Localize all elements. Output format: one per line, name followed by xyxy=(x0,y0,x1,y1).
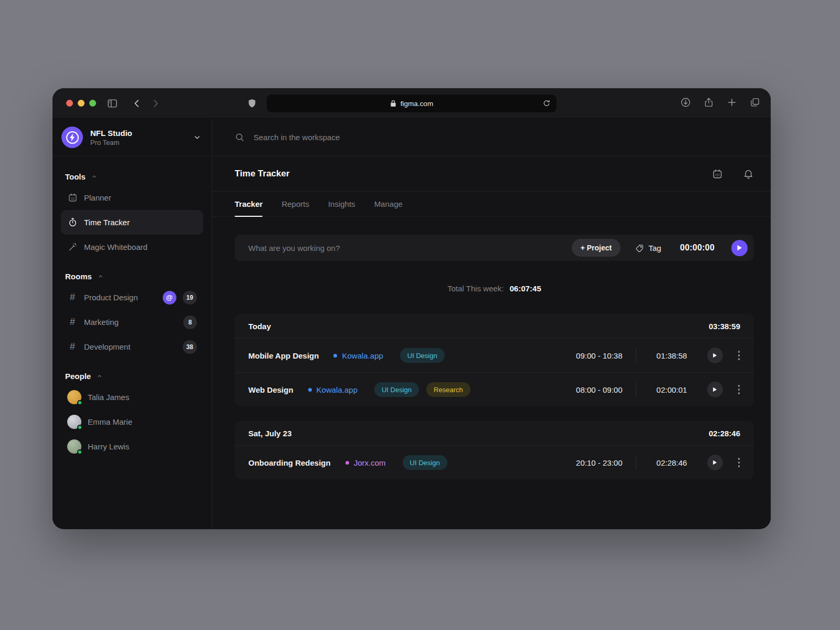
tag-chip[interactable]: Research xyxy=(426,382,470,397)
play-icon xyxy=(712,387,717,392)
entry-client[interactable]: Kowala.app xyxy=(308,385,358,394)
traffic-lights xyxy=(66,100,96,107)
stopwatch-icon xyxy=(67,217,78,227)
back-button[interactable] xyxy=(132,98,142,109)
time-entry-row[interactable]: Web Design Kowala.app UI Design Research… xyxy=(235,372,754,406)
entry-menu-button[interactable] xyxy=(737,456,742,469)
tag-chip[interactable]: UI Design xyxy=(403,455,447,470)
sidebar-item-product-design[interactable]: # Product Design @ 19 xyxy=(61,285,203,310)
group-title: Sat, July 23 xyxy=(248,429,292,438)
person-name: Talia James xyxy=(88,393,129,402)
tag-chip[interactable]: UI Design xyxy=(374,382,419,397)
calendar-icon[interactable] xyxy=(712,169,723,180)
sidebar-item-development[interactable]: # Development 38 xyxy=(61,334,203,359)
entry-menu-button[interactable] xyxy=(737,383,742,396)
play-icon xyxy=(737,245,742,251)
tab-overview-icon[interactable] xyxy=(750,97,760,108)
group-total: 02:28:46 xyxy=(709,429,740,438)
section-header-people[interactable]: People xyxy=(61,372,203,381)
browser-window: figma.com xyxy=(52,88,771,529)
minimize-window-button[interactable] xyxy=(78,100,85,107)
workspace-switcher[interactable]: NFL Studio Pro Team xyxy=(52,119,212,156)
sidebar: NFL Studio Pro Team Tools xyxy=(52,119,212,529)
sidebar-item-label: Magic Whiteboard xyxy=(84,243,148,251)
divider xyxy=(636,383,636,397)
workspace-search[interactable] xyxy=(212,119,771,156)
sidebar-item-marketing[interactable]: # Marketing 8 xyxy=(61,310,203,334)
hash-icon: # xyxy=(67,292,78,303)
time-entry-row[interactable]: Onboarding Redesign Jorx.com UI Design 2… xyxy=(235,445,754,479)
downloads-icon[interactable] xyxy=(680,97,691,108)
close-window-button[interactable] xyxy=(66,100,73,107)
tab-insights[interactable]: Insights xyxy=(328,192,355,216)
bell-icon[interactable] xyxy=(743,169,754,180)
new-tab-icon[interactable] xyxy=(727,97,737,108)
sidebar-item-time-tracker[interactable]: Time Tracker xyxy=(61,210,203,235)
tab-bar: Tracker Reports Insights Manage xyxy=(212,192,771,217)
chevron-down-icon xyxy=(193,133,201,141)
task-description-input[interactable] xyxy=(248,244,560,253)
tag-icon xyxy=(635,244,644,253)
avatar xyxy=(67,390,81,404)
section-header-rooms[interactable]: Rooms xyxy=(61,272,203,281)
client-name: Kowala.app xyxy=(317,385,358,394)
weekly-total-value: 06:07:45 xyxy=(510,284,541,293)
sidebar-person-emma-marie[interactable]: Emma Marie xyxy=(61,410,203,434)
privacy-shield-icon[interactable] xyxy=(247,98,257,109)
entry-name: Onboarding Redesign xyxy=(248,458,331,467)
search-icon xyxy=(235,132,245,142)
resume-entry-button[interactable] xyxy=(707,348,723,363)
hash-icon: # xyxy=(67,317,78,328)
main-panel: Time Tracker Track xyxy=(212,119,771,529)
unread-count-badge: 38 xyxy=(183,340,197,354)
entry-client[interactable]: Jorx.com xyxy=(345,458,386,467)
sidebar-person-talia-james[interactable]: Talia James xyxy=(61,385,203,410)
tab-manage[interactable]: Manage xyxy=(374,192,403,216)
play-icon xyxy=(712,353,717,358)
address-bar[interactable]: figma.com xyxy=(267,94,556,112)
resume-entry-button[interactable] xyxy=(707,382,723,397)
client-name: Kowala.app xyxy=(342,351,383,360)
group-header: Today 03:38:59 xyxy=(235,314,754,338)
sidebar-item-magic-whiteboard[interactable]: Magic Whiteboard xyxy=(61,235,203,259)
share-icon[interactable] xyxy=(704,97,714,108)
section-title: Rooms xyxy=(65,272,92,281)
sidebar-item-label: Product Design xyxy=(84,293,138,302)
entry-duration: 01:38:58 xyxy=(649,351,695,360)
add-tag-button[interactable]: Tag xyxy=(635,244,661,253)
online-status-dot xyxy=(77,400,82,405)
add-project-button[interactable]: + Project xyxy=(572,239,621,257)
group-total: 03:38:59 xyxy=(709,322,740,331)
chevron-up-icon xyxy=(97,373,102,379)
play-icon xyxy=(712,460,717,465)
entry-name: Web Design xyxy=(248,385,293,394)
entry-menu-button[interactable] xyxy=(737,349,742,362)
forward-button[interactable] xyxy=(150,98,161,109)
divider xyxy=(636,456,636,470)
sidebar-toggle-icon[interactable] xyxy=(107,98,118,109)
workspace-logo xyxy=(61,127,83,148)
sidebar-person-harry-lewis[interactable]: Harry Lewis xyxy=(61,434,203,459)
sidebar-item-planner[interactable]: Planner xyxy=(61,185,203,210)
entry-duration: 02:28:46 xyxy=(649,458,695,467)
tracker-content: + Project Tag 00:00:00 xyxy=(212,217,771,529)
start-timer-button[interactable] xyxy=(731,240,748,256)
section-header-tools[interactable]: Tools xyxy=(61,172,203,181)
chevron-up-icon xyxy=(98,274,103,279)
avatar xyxy=(67,439,81,454)
reload-icon[interactable] xyxy=(542,99,551,108)
tag-chip[interactable]: UI Design xyxy=(400,348,445,363)
lock-icon xyxy=(390,100,396,107)
entry-client[interactable]: Kowala.app xyxy=(333,351,383,360)
timer-display: 00:00:00 xyxy=(680,243,715,253)
tag-button-label: Tag xyxy=(648,244,661,253)
zoom-window-button[interactable] xyxy=(89,100,96,107)
search-input[interactable] xyxy=(254,133,754,142)
new-entry-bar: + Project Tag 00:00:00 xyxy=(235,235,754,261)
section-title: People xyxy=(65,372,91,381)
resume-entry-button[interactable] xyxy=(707,455,723,470)
tab-reports[interactable]: Reports xyxy=(281,192,309,216)
time-entry-row[interactable]: Mobile App Design Kowala.app UI Design 0… xyxy=(235,338,754,372)
group-title: Today xyxy=(248,322,271,331)
tab-tracker[interactable]: Tracker xyxy=(235,192,262,216)
